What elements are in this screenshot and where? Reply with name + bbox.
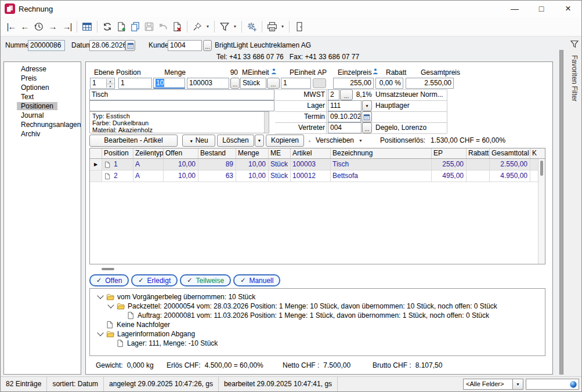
- column-header[interactable]: Artikel: [291, 148, 331, 158]
- copy-document-button[interactable]: [129, 20, 142, 34]
- pin-button[interactable]: [191, 20, 204, 34]
- field-filter-select[interactable]: <Alle Felder>: [463, 379, 513, 390]
- verschieben-up-button[interactable]: ▲: [308, 135, 312, 147]
- sidebar-item-rechnungsanlagen[interactable]: Rechnungsanlagen: [4, 120, 81, 129]
- column-header[interactable]: Zeilentyp: [133, 148, 164, 158]
- mwst-field[interactable]: 2: [328, 89, 339, 100]
- sidebar-item-preis[interactable]: Preis: [4, 74, 81, 83]
- column-header[interactable]: K: [530, 148, 538, 158]
- filter-offen-button[interactable]: ✓Offen: [89, 274, 129, 286]
- column-header[interactable]: Menge: [236, 148, 269, 158]
- field-filter-dropdown[interactable]: ▼: [513, 379, 523, 390]
- column-header[interactable]: [90, 148, 102, 158]
- datum-field[interactable]: 28.06.2026: [89, 40, 125, 51]
- verschieben-dropdown[interactable]: ▼: [359, 135, 363, 147]
- lager-dropdown[interactable]: ▼: [362, 100, 372, 111]
- column-header[interactable]: Offen: [164, 148, 198, 158]
- exit-button[interactable]: [293, 20, 306, 34]
- filter-manuell-button[interactable]: ✓Manuell: [233, 274, 280, 286]
- datum-calendar-button[interactable]: [125, 40, 135, 51]
- bearbeiten-artikel-button[interactable]: Bearbeiten - Artikel: [89, 135, 178, 147]
- pin-dropdown[interactable]: ▼: [204, 24, 211, 28]
- history-button[interactable]: [32, 20, 45, 34]
- refresh-button[interactable]: [101, 20, 114, 34]
- new-document-button[interactable]: [115, 20, 128, 34]
- sidebar-item-journal[interactable]: Journal: [4, 111, 81, 120]
- column-header[interactable]: Position: [102, 148, 133, 158]
- peinheit-field[interactable]: 1: [281, 78, 311, 89]
- ap-checkbox[interactable]: [313, 78, 326, 88]
- mwst-browse-button[interactable]: ...: [340, 89, 353, 100]
- save-button[interactable]: [143, 20, 156, 34]
- scrollbar-thumb[interactable]: [102, 268, 114, 270]
- table-row[interactable]: ▶ 1 A 10,00 89 10,00 Stück 100003 Tisch …: [90, 159, 545, 170]
- grid-view-button[interactable]: [81, 20, 93, 34]
- settings-add-button[interactable]: [245, 20, 258, 34]
- vertreter-browse-button[interactable]: ...: [362, 122, 372, 133]
- gesamtpreis-field[interactable]: 2.550,00: [406, 78, 454, 89]
- table-row[interactable]: 2 A 10,00 63 10,00 Stück 100012 Bettsofa…: [90, 170, 545, 182]
- filter-button[interactable]: [218, 20, 231, 34]
- sidebar-item-archiv[interactable]: Archiv: [4, 129, 81, 139]
- artikel-field[interactable]: 100003: [187, 78, 229, 89]
- maximize-button[interactable]: □: [528, 1, 555, 17]
- loeschen-button[interactable]: Löschen: [217, 135, 254, 147]
- verschieben-button[interactable]: Verschieben: [316, 135, 354, 147]
- go-previous-button[interactable]: ←: [19, 20, 31, 34]
- column-header[interactable]: Gesamttotal: [490, 148, 530, 158]
- filter-teilweise-button[interactable]: ✓Teilweise: [180, 274, 231, 286]
- column-header[interactable]: Bezeichnung: [331, 148, 432, 158]
- table-horizontal-scrollbar[interactable]: [89, 265, 545, 273]
- tree-item[interactable]: Lager: 111, Menge: -10 Stück: [90, 339, 545, 347]
- kunde-field[interactable]: 1004: [168, 40, 202, 51]
- menge-field[interactable]: 10: [153, 78, 185, 89]
- neu-button[interactable]: ▼ Neu: [182, 135, 215, 147]
- column-header[interactable]: Rabatt: [467, 148, 490, 158]
- vertreter-field[interactable]: 004: [328, 122, 362, 133]
- scrollbar-thumb[interactable]: [540, 161, 543, 176]
- filter-erledigt-button[interactable]: ✓Erledigt: [131, 274, 178, 286]
- chevron-down-icon[interactable]: [97, 329, 103, 336]
- favorites-filter-panel[interactable]: Favoriten Filter: [566, 37, 582, 375]
- delete-document-button[interactable]: [171, 20, 183, 34]
- sidebar-item-adresse[interactable]: Adresse: [4, 64, 81, 74]
- column-header[interactable]: Bestand: [198, 148, 236, 158]
- close-button[interactable]: ×: [555, 1, 581, 17]
- beschreibung-scrollbar[interactable]: [264, 112, 269, 133]
- kunde-browse-button[interactable]: ...: [203, 40, 212, 51]
- bezeichnung2-field[interactable]: [89, 100, 274, 111]
- ebene-field[interactable]: 1 ▲▼: [90, 78, 115, 89]
- kopieren-button[interactable]: Kopieren: [266, 135, 304, 147]
- filter-dropdown[interactable]: ▼: [232, 24, 238, 28]
- tree-item[interactable]: Keine Nachfolger: [90, 320, 545, 329]
- meinheit-field[interactable]: Stück: [240, 78, 266, 89]
- loeschen-dropdown[interactable]: ▼: [255, 135, 264, 147]
- tree-item[interactable]: Lagerinformation Abgang: [90, 329, 545, 338]
- sidebar-item-optionen[interactable]: Optionen: [4, 83, 81, 92]
- minimize-button[interactable]: —: [501, 1, 528, 17]
- lager-field[interactable]: 111: [328, 100, 362, 111]
- column-header[interactable]: EP: [432, 148, 467, 158]
- einzelpreis-field[interactable]: 255,00: [333, 78, 374, 89]
- artikel-browse-button[interactable]: ...: [230, 78, 240, 89]
- chevron-down-icon[interactable]: [97, 292, 103, 299]
- termin-calendar-button[interactable]: [362, 111, 372, 122]
- meinheit-browse-button[interactable]: ...: [267, 78, 280, 89]
- table-vertical-scrollbar[interactable]: [538, 159, 545, 264]
- tree-item[interactable]: Packzettel: 20000054 vom: 28.03.2026 Pos…: [90, 302, 545, 310]
- go-first-button[interactable]: |←: [5, 20, 17, 34]
- print-dropdown[interactable]: ▼: [279, 24, 286, 28]
- chevron-down-icon[interactable]: [107, 302, 114, 308]
- bezeichnung-field[interactable]: Tisch: [89, 89, 274, 100]
- print-button[interactable]: [266, 20, 279, 34]
- sidebar-item-positionen[interactable]: Positionen: [4, 101, 81, 111]
- sidebar-item-text[interactable]: Text: [4, 92, 81, 101]
- column-header[interactable]: ME: [269, 148, 291, 158]
- go-next-button[interactable]: →: [46, 20, 59, 34]
- panel-splitter[interactable]: [559, 50, 563, 375]
- beschreibung-textarea[interactable]: Typ: Esstisch Farbe: Dunkelbraun Materia…: [89, 111, 269, 133]
- tree-item[interactable]: vom Vorgängerbeleg übernommen: 10 Stück: [90, 292, 545, 301]
- tree-item[interactable]: Auftrag: 20000081 vom: 11.03.2026 Positi…: [90, 311, 545, 320]
- quick-search-input[interactable]: [526, 379, 579, 390]
- undo-button[interactable]: [157, 20, 169, 34]
